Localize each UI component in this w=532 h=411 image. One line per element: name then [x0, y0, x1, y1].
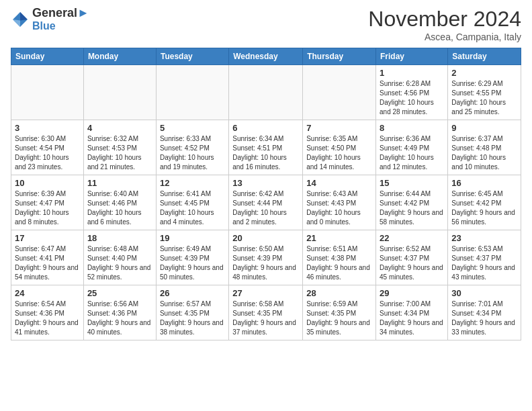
day-info: Sunrise: 6:36 AMSunset: 4:49 PMDaylight:… — [380, 134, 444, 172]
logo-text: General► Blue — [32, 7, 89, 32]
weekday-thursday: Thursday — [303, 48, 376, 65]
calendar-cell: 18Sunrise: 6:48 AMSunset: 4:40 PMDayligh… — [83, 230, 156, 285]
calendar: SundayMondayTuesdayWednesdayThursdayFrid… — [11, 48, 521, 340]
day-info: Sunrise: 6:59 AMSunset: 4:35 PMDaylight:… — [306, 300, 372, 337]
calendar-cell: 16Sunrise: 6:45 AMSunset: 4:42 PMDayligh… — [448, 175, 521, 230]
calendar-cell: 8Sunrise: 6:36 AMSunset: 4:49 PMDaylight… — [376, 120, 448, 175]
day-info: Sunrise: 6:49 AMSunset: 4:39 PMDaylight:… — [160, 244, 225, 282]
day-number: 8 — [380, 123, 444, 133]
title-block: November 2024 Ascea, Campania, Italy — [368, 7, 521, 42]
week-row-2: 10Sunrise: 6:39 AMSunset: 4:47 PMDayligh… — [11, 175, 521, 230]
week-row-0: 1Sunrise: 6:28 AMSunset: 4:56 PMDaylight… — [11, 65, 521, 120]
day-number: 12 — [160, 178, 225, 188]
weekday-saturday: Saturday — [448, 48, 521, 65]
logo-icon — [11, 10, 30, 29]
week-row-3: 17Sunrise: 6:47 AMSunset: 4:41 PMDayligh… — [11, 230, 521, 285]
location: Ascea, Campania, Italy — [368, 32, 521, 42]
day-info: Sunrise: 6:42 AMSunset: 4:44 PMDaylight:… — [232, 189, 299, 227]
weekday-tuesday: Tuesday — [156, 48, 228, 65]
day-info: Sunrise: 6:35 AMSunset: 4:50 PMDaylight:… — [306, 134, 372, 172]
calendar-cell: 2Sunrise: 6:29 AMSunset: 4:55 PMDaylight… — [448, 65, 521, 120]
day-info: Sunrise: 6:48 AMSunset: 4:40 PMDaylight:… — [87, 244, 152, 282]
logo-blue: ► — [77, 6, 89, 19]
calendar-cell: 1Sunrise: 6:28 AMSunset: 4:56 PMDaylight… — [376, 65, 448, 120]
calendar-cell: 3Sunrise: 6:30 AMSunset: 4:54 PMDaylight… — [11, 120, 84, 175]
day-info: Sunrise: 6:39 AMSunset: 4:47 PMDaylight:… — [15, 189, 80, 227]
calendar-cell: 15Sunrise: 6:44 AMSunset: 4:42 PMDayligh… — [376, 175, 448, 230]
logo-blue-text: Blue — [32, 20, 89, 32]
weekday-friday: Friday — [376, 48, 448, 65]
calendar-cell: 7Sunrise: 6:35 AMSunset: 4:50 PMDaylight… — [303, 120, 376, 175]
day-info: Sunrise: 7:00 AMSunset: 4:34 PMDaylight:… — [380, 300, 444, 337]
day-number: 3 — [15, 123, 80, 133]
day-number: 20 — [232, 233, 299, 243]
day-info: Sunrise: 6:32 AMSunset: 4:53 PMDaylight:… — [87, 134, 152, 172]
calendar-cell — [229, 65, 303, 120]
calendar-cell: 19Sunrise: 6:49 AMSunset: 4:39 PMDayligh… — [156, 230, 228, 285]
calendar-cell: 21Sunrise: 6:51 AMSunset: 4:38 PMDayligh… — [303, 230, 376, 285]
day-number: 24 — [15, 288, 80, 298]
calendar-cell — [83, 65, 156, 120]
calendar-cell: 10Sunrise: 6:39 AMSunset: 4:47 PMDayligh… — [11, 175, 84, 230]
day-number: 16 — [451, 178, 517, 188]
day-number: 26 — [160, 288, 225, 298]
day-number: 27 — [232, 288, 299, 298]
calendar-cell: 23Sunrise: 6:53 AMSunset: 4:37 PMDayligh… — [448, 230, 521, 285]
day-info: Sunrise: 6:45 AMSunset: 4:42 PMDaylight:… — [451, 189, 517, 227]
day-number: 29 — [380, 288, 444, 298]
day-number: 23 — [451, 233, 517, 243]
day-number: 7 — [306, 123, 372, 133]
calendar-cell — [11, 65, 84, 120]
calendar-cell: 4Sunrise: 6:32 AMSunset: 4:53 PMDaylight… — [83, 120, 156, 175]
calendar-cell: 28Sunrise: 6:59 AMSunset: 4:35 PMDayligh… — [303, 285, 376, 340]
day-info: Sunrise: 6:41 AMSunset: 4:45 PMDaylight:… — [160, 189, 225, 227]
day-info: Sunrise: 6:44 AMSunset: 4:42 PMDaylight:… — [380, 189, 444, 227]
week-row-4: 24Sunrise: 6:54 AMSunset: 4:36 PMDayligh… — [11, 285, 521, 340]
day-info: Sunrise: 6:43 AMSunset: 4:43 PMDaylight:… — [306, 189, 372, 227]
calendar-cell: 22Sunrise: 6:52 AMSunset: 4:37 PMDayligh… — [376, 230, 448, 285]
day-number: 6 — [232, 123, 299, 133]
day-info: Sunrise: 6:29 AMSunset: 4:55 PMDaylight:… — [451, 79, 517, 117]
day-info: Sunrise: 6:51 AMSunset: 4:38 PMDaylight:… — [306, 244, 372, 282]
day-info: Sunrise: 6:54 AMSunset: 4:36 PMDaylight:… — [15, 300, 80, 337]
logo: General► Blue — [11, 7, 89, 32]
day-number: 14 — [306, 178, 372, 188]
calendar-cell: 5Sunrise: 6:33 AMSunset: 4:52 PMDaylight… — [156, 120, 228, 175]
calendar-cell: 13Sunrise: 6:42 AMSunset: 4:44 PMDayligh… — [229, 175, 303, 230]
day-info: Sunrise: 6:57 AMSunset: 4:35 PMDaylight:… — [160, 300, 225, 337]
day-number: 5 — [160, 123, 225, 133]
calendar-cell: 20Sunrise: 6:50 AMSunset: 4:39 PMDayligh… — [229, 230, 303, 285]
calendar-cell: 9Sunrise: 6:37 AMSunset: 4:48 PMDaylight… — [448, 120, 521, 175]
day-number: 30 — [451, 288, 517, 298]
day-number: 1 — [380, 68, 444, 78]
day-number: 2 — [451, 68, 517, 78]
weekday-sunday: Sunday — [11, 48, 84, 65]
day-number: 25 — [87, 288, 152, 298]
day-info: Sunrise: 6:28 AMSunset: 4:56 PMDaylight:… — [380, 79, 444, 117]
day-number: 13 — [232, 178, 299, 188]
calendar-cell: 26Sunrise: 6:57 AMSunset: 4:35 PMDayligh… — [156, 285, 228, 340]
calendar-cell: 12Sunrise: 6:41 AMSunset: 4:45 PMDayligh… — [156, 175, 228, 230]
day-number: 10 — [15, 178, 80, 188]
weekday-header-row: SundayMondayTuesdayWednesdayThursdayFrid… — [11, 48, 521, 65]
day-info: Sunrise: 6:47 AMSunset: 4:41 PMDaylight:… — [15, 244, 80, 282]
calendar-cell: 11Sunrise: 6:40 AMSunset: 4:46 PMDayligh… — [83, 175, 156, 230]
week-row-1: 3Sunrise: 6:30 AMSunset: 4:54 PMDaylight… — [11, 120, 521, 175]
calendar-cell — [156, 65, 228, 120]
day-number: 18 — [87, 233, 152, 243]
day-number: 4 — [87, 123, 152, 133]
day-number: 21 — [306, 233, 372, 243]
day-info: Sunrise: 6:34 AMSunset: 4:51 PMDaylight:… — [232, 134, 299, 172]
calendar-cell: 30Sunrise: 7:01 AMSunset: 4:34 PMDayligh… — [448, 285, 521, 340]
day-info: Sunrise: 6:58 AMSunset: 4:35 PMDaylight:… — [232, 300, 299, 337]
day-number: 22 — [380, 233, 444, 243]
day-info: Sunrise: 6:56 AMSunset: 4:36 PMDaylight:… — [87, 300, 152, 337]
day-info: Sunrise: 6:33 AMSunset: 4:52 PMDaylight:… — [160, 134, 225, 172]
calendar-cell: 6Sunrise: 6:34 AMSunset: 4:51 PMDaylight… — [229, 120, 303, 175]
page: General► Blue November 2024 Ascea, Campa… — [0, 0, 532, 351]
day-number: 9 — [451, 123, 517, 133]
day-info: Sunrise: 7:01 AMSunset: 4:34 PMDaylight:… — [451, 300, 517, 337]
header: General► Blue November 2024 Ascea, Campa… — [11, 7, 521, 42]
calendar-cell: 17Sunrise: 6:47 AMSunset: 4:41 PMDayligh… — [11, 230, 84, 285]
day-number: 15 — [380, 178, 444, 188]
